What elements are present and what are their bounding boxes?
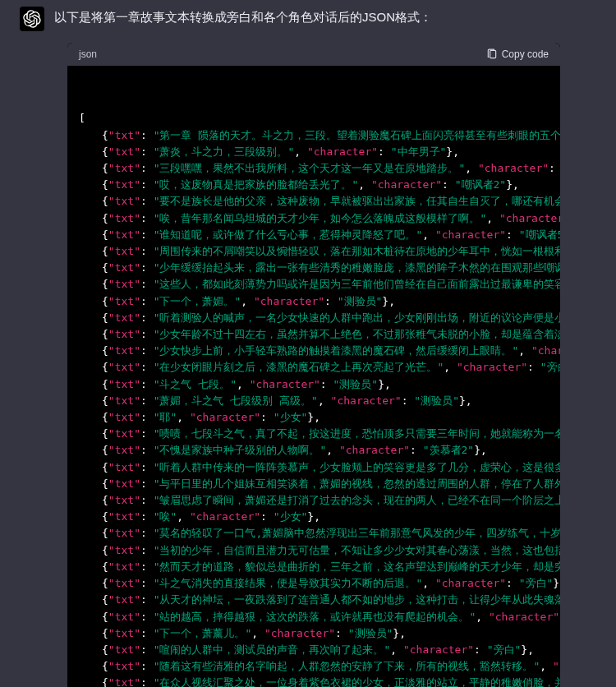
code-header: json Copy code (67, 43, 560, 66)
clipboard-icon (486, 48, 498, 60)
code-language-label: json (79, 48, 97, 60)
assistant-intro-text: 以下是将第一章故事文本转换成旁白和各个角色对话后的JSON格式： (54, 5, 432, 31)
openai-icon (23, 10, 41, 28)
copy-code-button[interactable]: Copy code (486, 48, 549, 60)
svg-rect-0 (490, 50, 495, 58)
code-block: json Copy code [{"txt": "第一章 陨落的天才。斗之力，三… (67, 43, 560, 687)
code-content: [{"txt": "第一章 陨落的天才。斗之力，三段。望着测验魔石碑上面闪亮得甚… (67, 66, 560, 687)
assistant-avatar (20, 7, 44, 31)
copy-code-label: Copy code (502, 48, 549, 60)
